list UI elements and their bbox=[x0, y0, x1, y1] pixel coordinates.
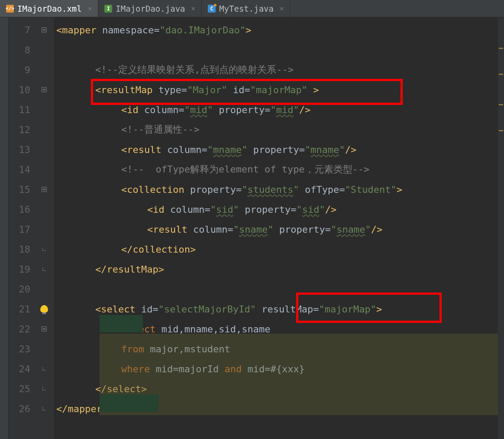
fold-cell[interactable] bbox=[35, 379, 54, 399]
line-number[interactable]: 13 bbox=[9, 140, 35, 159]
line-number[interactable]: 19 bbox=[9, 259, 35, 279]
line-number[interactable]: 25 bbox=[9, 379, 35, 399]
line-number[interactable]: 9 bbox=[9, 60, 35, 80]
code-line[interactable] bbox=[56, 40, 504, 60]
tab-imajordao-java[interactable]: I IMajorDao.java × bbox=[98, 0, 202, 17]
line-number[interactable]: 21 bbox=[9, 299, 35, 319]
tab-imajordao-xml[interactable]: IMajorDao.xml × bbox=[0, 0, 98, 17]
warning-stripe[interactable] bbox=[499, 104, 503, 105]
fold-cell[interactable] bbox=[35, 100, 54, 120]
warning-stripe[interactable] bbox=[499, 74, 503, 75]
line-number[interactable]: 17 bbox=[9, 219, 35, 239]
class-icon: C bbox=[208, 5, 216, 13]
fold-end-icon bbox=[42, 247, 46, 251]
fold-end-icon bbox=[42, 407, 46, 410]
warning-stripe[interactable] bbox=[499, 130, 503, 131]
tab-label: MyTest.java bbox=[219, 4, 274, 13]
warning-stripe[interactable] bbox=[499, 48, 503, 49]
code-line[interactable]: <collection property="students" ofType="… bbox=[56, 179, 504, 199]
code-line[interactable]: <select id="selectMajorById" resultMap="… bbox=[56, 299, 504, 319]
code-line[interactable]: <!--定义结果映射关系,点到点的映射关系--> bbox=[56, 60, 504, 80]
code-line[interactable]: <result column="sname" property="sname"/… bbox=[56, 219, 504, 239]
fold-cell[interactable] bbox=[35, 299, 54, 319]
close-icon[interactable]: × bbox=[191, 4, 196, 13]
fold-cell[interactable] bbox=[35, 159, 54, 179]
fold-cell[interactable] bbox=[35, 199, 54, 219]
fold-toggle-icon[interactable] bbox=[42, 187, 47, 192]
line-number[interactable]: 22 bbox=[9, 319, 35, 339]
line-number[interactable]: 20 bbox=[9, 279, 35, 299]
line-number[interactable]: 15 bbox=[9, 179, 35, 199]
code-area[interactable]: <mapper namespace="dao.IMajorDao"><!--定义… bbox=[54, 17, 504, 439]
fold-cell[interactable] bbox=[35, 259, 54, 279]
line-number[interactable]: 24 bbox=[9, 359, 35, 379]
tab-label: IMajorDao.xml bbox=[17, 4, 82, 13]
interface-icon: I bbox=[104, 5, 112, 13]
fold-toggle-icon[interactable] bbox=[42, 326, 47, 332]
code-line[interactable] bbox=[56, 279, 504, 299]
breakpoint-strip[interactable] bbox=[0, 17, 9, 439]
code-line[interactable]: </mapper> bbox=[56, 399, 504, 419]
line-number[interactable]: 12 bbox=[9, 120, 35, 140]
editor-body: 7891011121314151617181920212223242526 <m… bbox=[0, 17, 504, 439]
editor-root: IMajorDao.xml × I IMajorDao.java × C MyT… bbox=[0, 0, 504, 439]
code-line[interactable]: from major,mstudent bbox=[56, 339, 504, 359]
code-line[interactable]: select mid,mname,sid,sname bbox=[56, 319, 504, 339]
fold-cell[interactable] bbox=[35, 319, 54, 339]
fold-cell[interactable] bbox=[35, 239, 54, 259]
code-line[interactable]: </resultMap> bbox=[56, 259, 504, 279]
line-number[interactable]: 8 bbox=[9, 40, 35, 60]
line-number[interactable]: 16 bbox=[9, 199, 35, 219]
line-number[interactable]: 26 bbox=[9, 399, 35, 419]
tab-mytest-java[interactable]: C MyTest.java × bbox=[202, 0, 290, 17]
fold-column[interactable] bbox=[35, 17, 54, 439]
line-number[interactable]: 23 bbox=[9, 339, 35, 359]
code-line[interactable]: <mapper namespace="dao.IMajorDao"> bbox=[56, 20, 504, 40]
code-line[interactable]: <!-- ofType解释为element of type，元素类型--> bbox=[56, 159, 504, 179]
line-number[interactable]: 10 bbox=[9, 80, 35, 100]
fold-end-icon bbox=[42, 267, 46, 271]
line-number[interactable]: 11 bbox=[9, 100, 35, 120]
code-line[interactable]: <result column="mname" property="mname"/… bbox=[56, 140, 504, 159]
fold-end-icon bbox=[42, 387, 46, 390]
close-icon[interactable]: × bbox=[88, 4, 92, 13]
tab-bar: IMajorDao.xml × I IMajorDao.java × C MyT… bbox=[0, 0, 504, 17]
fold-cell[interactable] bbox=[35, 40, 54, 60]
line-number[interactable]: 18 bbox=[9, 239, 35, 259]
intention-bulb-icon[interactable] bbox=[40, 305, 48, 313]
fold-cell[interactable] bbox=[35, 120, 54, 140]
fold-cell[interactable] bbox=[35, 140, 54, 159]
xml-file-icon bbox=[6, 5, 14, 13]
fold-cell[interactable] bbox=[35, 60, 54, 80]
fold-cell[interactable] bbox=[35, 399, 54, 419]
line-number[interactable]: 14 bbox=[9, 159, 35, 179]
fold-toggle-icon[interactable] bbox=[42, 87, 47, 92]
code-line[interactable]: <id column="sid" property="sid"/> bbox=[56, 199, 504, 219]
fold-toggle-icon[interactable] bbox=[42, 27, 47, 33]
code-line[interactable]: </collection> bbox=[56, 239, 504, 259]
tab-label: IMajorDao.java bbox=[116, 4, 185, 13]
fold-cell[interactable] bbox=[35, 80, 54, 100]
line-number-gutter[interactable]: 7891011121314151617181920212223242526 bbox=[9, 17, 35, 439]
code-line[interactable]: <resultMap type="Major" id="majorMap" > bbox=[56, 80, 504, 100]
fold-cell[interactable] bbox=[35, 359, 54, 379]
fold-cell[interactable] bbox=[35, 179, 54, 199]
fold-cell[interactable] bbox=[35, 219, 54, 239]
fold-cell[interactable] bbox=[35, 339, 54, 359]
error-stripe-bar[interactable] bbox=[498, 17, 504, 439]
code-line[interactable]: where mid=majorId and mid=#{xxx} bbox=[56, 359, 504, 379]
code-line[interactable]: <id column="mid" property="mid"/> bbox=[56, 100, 504, 120]
code-line[interactable]: </select> bbox=[56, 379, 504, 399]
fold-cell[interactable] bbox=[35, 279, 54, 299]
line-number[interactable]: 7 bbox=[9, 20, 35, 40]
code-line[interactable]: <!--普通属性--> bbox=[56, 120, 504, 140]
fold-end-icon bbox=[42, 367, 46, 371]
fold-cell[interactable] bbox=[35, 20, 54, 40]
close-icon[interactable]: × bbox=[280, 4, 284, 13]
